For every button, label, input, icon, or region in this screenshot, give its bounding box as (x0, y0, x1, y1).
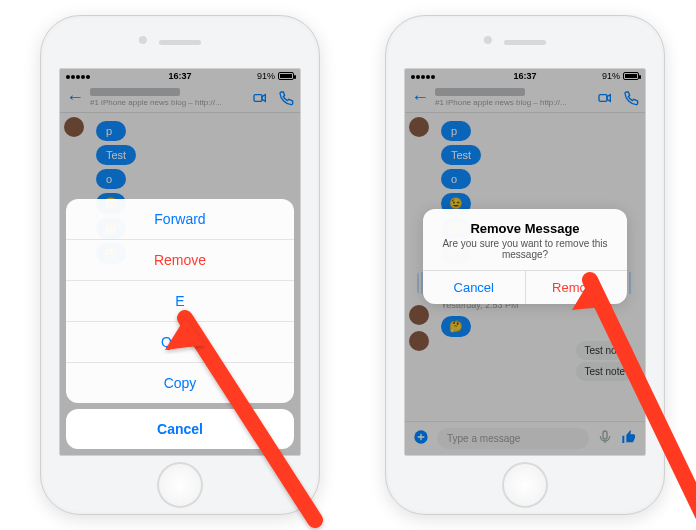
alert-remove[interactable]: Remove (525, 271, 628, 304)
action-sheet: Forward Remove E Quote Copy Cancel (66, 199, 294, 449)
phone-speaker (504, 40, 546, 45)
screen-left: 16:37 91% ← #1 iPhone apple news blog – … (59, 68, 301, 456)
alert-cancel[interactable]: Cancel (423, 271, 525, 304)
phone-right: 16:37 91% ← #1 iPhone apple news blog – … (385, 15, 665, 515)
action-remove[interactable]: Remove (66, 239, 294, 280)
phone-speaker (159, 40, 201, 45)
phone-camera (139, 36, 147, 44)
action-cancel[interactable]: Cancel (66, 409, 294, 449)
home-button[interactable] (502, 462, 548, 508)
alert-title: Remove Message (423, 209, 627, 238)
action-forward[interactable]: Forward (66, 199, 294, 239)
phone-camera (484, 36, 492, 44)
confirm-dialog: Remove Message Are you sure you want to … (423, 209, 627, 304)
action-quote[interactable]: Quote (66, 321, 294, 362)
phone-left: 16:37 91% ← #1 iPhone apple news blog – … (40, 15, 320, 515)
screen-right: 16:37 91% ← #1 iPhone apple news blog – … (404, 68, 646, 456)
alert-body: Are you sure you want to remove this mes… (423, 238, 627, 270)
action-copy[interactable]: Copy (66, 362, 294, 403)
action-edit[interactable]: E (66, 280, 294, 321)
home-button[interactable] (157, 462, 203, 508)
